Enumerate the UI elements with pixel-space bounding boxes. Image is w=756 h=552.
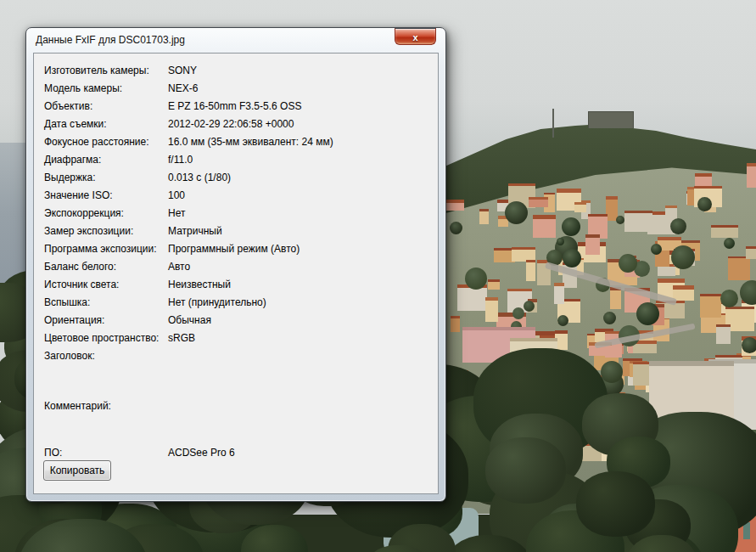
field-value: 100 bbox=[168, 189, 185, 201]
field-label: Вспышка: bbox=[44, 296, 90, 308]
field-value: Нет (принудительно) bbox=[168, 296, 266, 308]
exif-row: Вспышка:Нет (принудительно) bbox=[34, 296, 438, 314]
exif-row: Фокусное расстояние:16.0 мм (35-мм эквив… bbox=[34, 136, 438, 154]
field-value: NEX-6 bbox=[168, 82, 198, 94]
field-value: SONY bbox=[168, 65, 197, 76]
field-value: 16.0 мм (35-мм эквивалент: 24 мм) bbox=[168, 136, 333, 148]
field-value: Неизвестный bbox=[168, 279, 231, 290]
field-label: Фокусное расстояние: bbox=[44, 136, 149, 148]
field-label: Изготовитель камеры: bbox=[44, 65, 149, 76]
exif-row: Ориентация:Обычная bbox=[34, 314, 438, 332]
photo-foreground-tree bbox=[485, 437, 566, 504]
field-value: Программный режим (Авто) bbox=[168, 243, 300, 255]
field-value: Матричный bbox=[168, 225, 222, 237]
exif-row: Изготовитель камеры:SONY bbox=[34, 65, 438, 82]
exif-row: Цветовое пространство:sRGB bbox=[34, 332, 438, 350]
field-value: Авто bbox=[168, 261, 190, 273]
field-label: ПО: bbox=[44, 447, 62, 459]
field-label: Объектив: bbox=[44, 100, 92, 112]
dialog-content: Изготовитель камеры:SONYМодель камеры:NE… bbox=[33, 53, 439, 494]
exif-row: Источник света:Неизвестный bbox=[34, 279, 438, 296]
field-value: Нет bbox=[168, 207, 185, 219]
field-value: ACDSee Pro 6 bbox=[168, 447, 235, 459]
exif-row: Выдержка:0.013 с (1/80) bbox=[34, 172, 438, 189]
exif-row: Модель камеры:NEX-6 bbox=[34, 82, 438, 100]
dialog-titlebar[interactable]: Данные FxIF для DSC01703.jpg x bbox=[26, 28, 445, 53]
field-label: Источник света: bbox=[44, 279, 119, 290]
field-value: f/11.0 bbox=[168, 154, 193, 166]
field-value: sRGB bbox=[168, 332, 195, 344]
exif-row: Значение ISO:100 bbox=[34, 189, 438, 207]
copy-button[interactable]: Копировать bbox=[43, 460, 111, 481]
exif-row: Дата съемки:2012-02-29 22:06:58 +0000 bbox=[34, 118, 438, 136]
field-label: Программа экспозиции: bbox=[44, 243, 157, 255]
dialog-title: Данные FxIF для DSC01703.jpg bbox=[36, 34, 185, 46]
field-value: E PZ 16-50mm F3.5-5.6 OSS bbox=[168, 100, 301, 112]
exif-row: Баланс белого:Авто bbox=[34, 261, 438, 279]
exif-row: Объектив:E PZ 16-50mm F3.5-5.6 OSS bbox=[34, 100, 438, 118]
field-label: Комментарий: bbox=[44, 400, 111, 412]
field-label: Значение ISO: bbox=[44, 189, 113, 201]
exif-row: Диафрагма:f/11.0 bbox=[34, 154, 438, 172]
field-label: Дата съемки: bbox=[44, 118, 107, 130]
exif-row-comment: Комментарий: bbox=[34, 400, 438, 418]
exif-row: Замер экспозиции:Матричный bbox=[34, 225, 438, 243]
exif-row: Программа экспозиции:Программный режим (… bbox=[34, 243, 438, 261]
field-value: 0.013 с (1/80) bbox=[168, 172, 231, 183]
field-value: 2012-02-29 22:06:58 +0000 bbox=[168, 118, 294, 130]
close-icon: x bbox=[412, 31, 417, 43]
field-label: Заголовок: bbox=[44, 350, 95, 362]
close-button[interactable]: x bbox=[395, 28, 436, 45]
field-label: Ориентация: bbox=[44, 314, 104, 326]
field-label: Модель камеры: bbox=[44, 82, 122, 94]
field-label: Выдержка: bbox=[44, 172, 96, 183]
exif-row: Заголовок: bbox=[34, 350, 438, 368]
field-label: Экспокоррекция: bbox=[44, 207, 124, 219]
photo-foreground-tree bbox=[576, 471, 655, 537]
field-label: Замер экспозиции: bbox=[44, 225, 133, 237]
exif-row: Экспокоррекция:Нет bbox=[34, 207, 438, 225]
field-label: Диафрагма: bbox=[44, 154, 101, 166]
field-label: Цветовое пространство: bbox=[44, 332, 159, 344]
field-label: Баланс белого: bbox=[44, 261, 116, 273]
exif-dialog-window: Данные FxIF для DSC01703.jpg x Изготовит… bbox=[25, 27, 446, 502]
field-value: Обычная bbox=[168, 314, 211, 326]
